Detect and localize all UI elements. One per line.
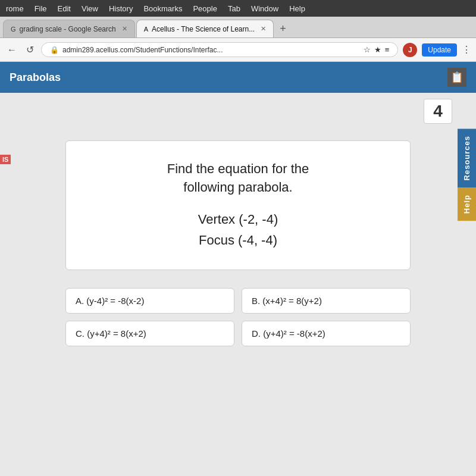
google-favicon: G xyxy=(11,26,16,33)
vertex-text: Vertex (-2, -4) xyxy=(198,212,278,227)
question-details: Vertex (-2, -4) Focus (-4, -4) xyxy=(90,209,386,250)
menu-item-bookmarks[interactable]: Bookmarks xyxy=(143,4,182,13)
tab-google-search[interactable]: G grading scale - Google Search ✕ xyxy=(3,20,135,37)
page-header-icon: 📋 xyxy=(447,68,466,87)
acellus-favicon: A xyxy=(144,26,148,33)
right-sidebar: Resources Help xyxy=(458,129,476,221)
menu-item-help[interactable]: Help xyxy=(289,4,305,13)
question-text: Find the equation for the following para… xyxy=(90,160,386,197)
page-title: Parabolas xyxy=(10,71,61,84)
page-header: Parabolas 📋 xyxy=(0,62,476,93)
answer-option-a[interactable]: A. (y-4)² = -8(x-2) xyxy=(65,288,234,314)
tab-acellus-label: Acellus - The Science of Learn... xyxy=(152,25,255,33)
more-options-icon[interactable]: ⋮ xyxy=(462,44,471,55)
url-box[interactable]: 🔒 admin289.acellus.com/StudentFunctions/… xyxy=(41,42,398,57)
menu-item-history[interactable]: History xyxy=(109,4,133,13)
tab-acellus[interactable]: A Acellus - The Science of Learn... ✕ xyxy=(136,20,274,37)
answer-option-b[interactable]: B. (x+4)² = 8(y+2) xyxy=(242,288,411,314)
menu-item-tab[interactable]: Tab xyxy=(228,4,240,13)
menu-item-window[interactable]: Window xyxy=(251,4,278,13)
update-button[interactable]: Update xyxy=(422,43,457,57)
main-content: IS 4 Resources Help Find the equation fo… xyxy=(0,93,476,476)
tab-bar: G grading scale - Google Search ✕ A Acel… xyxy=(0,17,476,38)
menu-icon[interactable]: ≡ xyxy=(385,45,390,54)
tab-acellus-close[interactable]: ✕ xyxy=(261,25,266,33)
menu-item-view[interactable]: View xyxy=(82,4,98,13)
answer-grid: A. (y-4)² = -8(x-2) B. (x+4)² = 8(y+2) C… xyxy=(65,288,411,346)
menu-item-people[interactable]: People xyxy=(193,4,217,13)
new-tab-button[interactable]: + xyxy=(275,20,291,37)
lock-icon: 🔒 xyxy=(50,46,59,54)
answer-option-d[interactable]: D. (y+4)² = -8(x+2) xyxy=(242,321,411,346)
resources-button[interactable]: Resources xyxy=(458,129,476,187)
url-text: admin289.acellus.com/StudentFunctions/In… xyxy=(62,46,360,54)
back-button[interactable]: ← xyxy=(5,45,19,55)
answer-option-c[interactable]: C. (y+4)² = 8(x+2) xyxy=(65,321,234,346)
question-card: Find the equation for the following para… xyxy=(65,140,411,270)
refresh-button[interactable]: ↺ xyxy=(24,44,36,55)
tab-google-close[interactable]: ✕ xyxy=(122,25,127,33)
question-line1: Find the equation for the xyxy=(167,161,309,176)
focus-text: Focus (-4, -4) xyxy=(199,233,277,248)
menu-bar: rome File Edit View History Bookmarks Pe… xyxy=(0,0,476,17)
question-line2: following parabola. xyxy=(183,180,292,195)
help-button[interactable]: Help xyxy=(458,187,476,221)
address-bar: ← ↺ 🔒 admin289.acellus.com/StudentFuncti… xyxy=(0,38,476,62)
question-number-badge: 4 xyxy=(424,99,452,124)
menu-item-file[interactable]: File xyxy=(35,4,47,13)
profile-avatar[interactable]: J xyxy=(403,43,417,57)
tab-google-label: grading scale - Google Search xyxy=(20,25,116,33)
is-label: IS xyxy=(0,155,11,164)
star-icon[interactable]: ☆ xyxy=(364,45,371,54)
menu-item-rome[interactable]: rome xyxy=(6,4,24,13)
menu-item-edit[interactable]: Edit xyxy=(58,4,71,13)
extensions-icon[interactable]: ★ xyxy=(374,45,381,54)
